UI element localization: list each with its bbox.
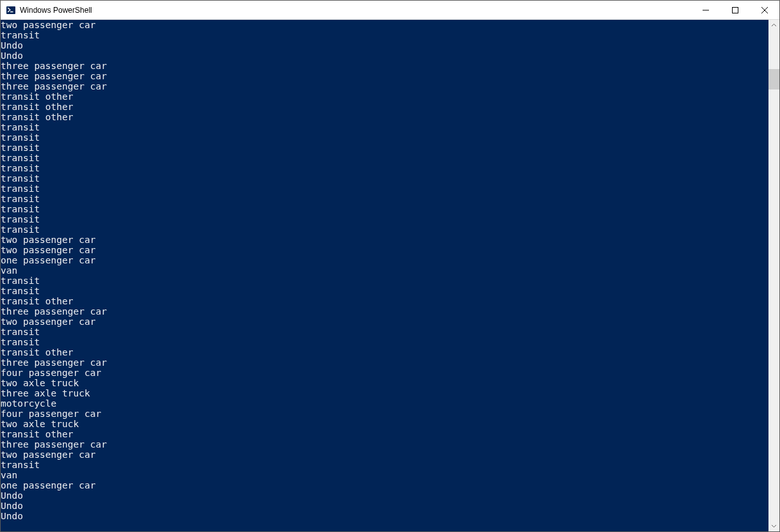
terminal-line: two passenger car <box>1 245 768 255</box>
terminal-line: transit <box>1 337 768 347</box>
terminal-line: transit <box>1 327 768 337</box>
terminal-line: four passenger car <box>1 409 768 419</box>
terminal-line: transit other <box>1 347 768 357</box>
maximize-icon <box>732 7 738 13</box>
terminal-line: transit <box>1 184 768 194</box>
terminal-line: three passenger car <box>1 61 768 71</box>
terminal-line: van <box>1 265 768 276</box>
terminal-line: transit <box>1 214 768 224</box>
vertical-scrollbar[interactable] <box>768 20 779 531</box>
terminal-line: transit <box>1 143 768 153</box>
terminal-line: Undo <box>1 501 768 511</box>
terminal-line: Undo <box>1 40 768 51</box>
terminal-line: two passenger car <box>1 235 768 245</box>
terminal-line: transit <box>1 173 768 184</box>
scrollbar-down-arrow[interactable] <box>768 520 779 531</box>
terminal-line: two passenger car <box>1 450 768 460</box>
terminal-line: transit <box>1 153 768 163</box>
terminal-line: Undo <box>1 51 768 61</box>
terminal-line: motorcycle <box>1 398 768 409</box>
terminal-line: transit <box>1 204 768 214</box>
scrollbar-track[interactable] <box>768 31 779 520</box>
terminal-line: three passenger car <box>1 81 768 91</box>
terminal-line: Undo <box>1 490 768 501</box>
terminal-line: transit other <box>1 102 768 112</box>
minimize-icon <box>703 7 709 13</box>
terminal-line: transit <box>1 276 768 286</box>
terminal-line: transit <box>1 460 768 470</box>
terminal-line: transit <box>1 163 768 173</box>
terminal-line: transit other <box>1 429 768 439</box>
terminal-line: two axle truck <box>1 419 768 429</box>
terminal-line: three axle truck <box>1 388 768 398</box>
minimize-button[interactable] <box>691 1 720 19</box>
terminal-line: one passenger car <box>1 255 768 265</box>
window-title: Windows PowerShell <box>20 6 691 15</box>
svg-rect-3 <box>733 7 738 13</box>
terminal-line: transit <box>1 224 768 235</box>
terminal-output[interactable]: two passenger cartransitUndoUndothree pa… <box>1 20 768 531</box>
terminal-line: transit <box>1 286 768 296</box>
terminal-line: transit other <box>1 112 768 122</box>
terminal-line: two passenger car <box>1 20 768 30</box>
terminal-line: transit <box>1 194 768 204</box>
terminal-line: two passenger car <box>1 317 768 327</box>
close-icon <box>761 7 768 13</box>
svg-rect-0 <box>6 6 15 14</box>
titlebar[interactable]: Windows PowerShell <box>1 1 779 20</box>
terminal-line: van <box>1 470 768 480</box>
window-controls <box>691 1 779 19</box>
terminal-line: three passenger car <box>1 439 768 450</box>
powershell-window: Windows PowerShell two passenger cartran <box>0 0 780 532</box>
terminal-line: Undo <box>1 511 768 521</box>
terminal-line: transit <box>1 122 768 132</box>
terminal-line: transit other <box>1 296 768 306</box>
terminal-line: one passenger car <box>1 480 768 490</box>
terminal-line: transit <box>1 30 768 40</box>
close-button[interactable] <box>750 1 779 19</box>
terminal-line: three passenger car <box>1 357 768 368</box>
chevron-up-icon <box>771 22 777 28</box>
terminal-line: four passenger car <box>1 368 768 378</box>
scrollbar-up-arrow[interactable] <box>768 20 779 31</box>
terminal-line: transit <box>1 132 768 143</box>
terminal-wrapper: two passenger cartransitUndoUndothree pa… <box>1 20 779 531</box>
terminal-line: two axle truck <box>1 378 768 388</box>
maximize-button[interactable] <box>720 1 750 19</box>
terminal-line: three passenger car <box>1 71 768 81</box>
chevron-down-icon <box>771 523 777 529</box>
scrollbar-thumb[interactable] <box>768 69 779 90</box>
terminal-line: three passenger car <box>1 306 768 317</box>
powershell-icon <box>6 5 16 15</box>
terminal-line: transit other <box>1 91 768 102</box>
